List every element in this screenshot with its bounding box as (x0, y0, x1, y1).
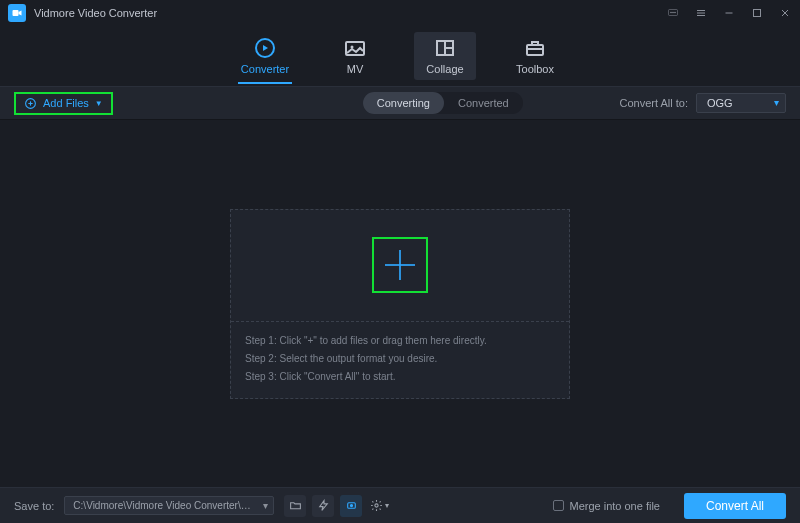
minimize-button[interactable] (722, 6, 736, 20)
app-title: Vidmore Video Converter (34, 7, 157, 19)
add-files-plus-button[interactable] (372, 237, 428, 293)
svg-point-4 (675, 12, 676, 13)
tab-toolbox[interactable]: Toolbox (504, 32, 566, 80)
main-area: Step 1: Click "+" to add files or drag t… (0, 120, 800, 487)
merge-checkbox[interactable]: Merge into one file (553, 500, 660, 512)
collage-icon (433, 37, 457, 59)
save-to-label: Save to: (14, 500, 54, 512)
svg-rect-9 (754, 10, 761, 17)
save-path-select[interactable]: C:\Vidmore\Vidmore Video Converter\Conve… (64, 496, 274, 515)
tab-label: Converter (241, 63, 289, 75)
convert-all-button[interactable]: Convert All (684, 493, 786, 519)
toolbox-icon (523, 37, 547, 59)
plus-icon (380, 245, 420, 285)
main-tabs: Converter MV Collage Toolbox (0, 26, 800, 86)
status-tabs: Converting Converted (363, 92, 523, 114)
svg-rect-0 (13, 10, 19, 16)
subtab-converted[interactable]: Converted (444, 92, 523, 114)
tab-label: Collage (426, 63, 463, 75)
step-1: Step 1: Click "+" to add files or drag t… (245, 332, 555, 350)
tab-converter[interactable]: Converter (234, 32, 296, 80)
feedback-icon[interactable] (666, 6, 680, 20)
tab-collage[interactable]: Collage (414, 32, 476, 80)
maximize-button[interactable] (750, 6, 764, 20)
plus-circle-icon (24, 97, 37, 110)
instruction-steps: Step 1: Click "+" to add files or drag t… (231, 322, 569, 398)
chevron-down-icon: ▾ (385, 501, 389, 510)
close-button[interactable] (778, 6, 792, 20)
svg-point-27 (375, 504, 378, 507)
tab-mv[interactable]: MV (324, 32, 386, 80)
svg-point-3 (673, 12, 674, 13)
add-files-label: Add Files (43, 97, 89, 109)
step-3: Step 3: Click "Convert All" to start. (245, 368, 555, 386)
hardware-accel-button[interactable] (312, 495, 334, 517)
convert-all-to-label: Convert All to: (620, 97, 688, 109)
tab-label: MV (347, 63, 364, 75)
subtab-converting[interactable]: Converting (363, 92, 444, 114)
convert-all-to: Convert All to: OGG (620, 93, 786, 113)
title-bar: Vidmore Video Converter (0, 0, 800, 26)
dropzone-top (231, 210, 569, 322)
chevron-down-icon: ▼ (95, 99, 103, 108)
step-2: Step 2: Select the output format you des… (245, 350, 555, 368)
open-folder-button[interactable] (284, 495, 306, 517)
format-value: OGG (707, 97, 733, 109)
menu-icon[interactable] (694, 6, 708, 20)
settings-button[interactable]: ▾ (368, 495, 390, 517)
svg-point-2 (671, 12, 672, 13)
app-logo-icon (8, 4, 26, 22)
add-files-button[interactable]: Add Files ▼ (14, 92, 113, 115)
svg-point-26 (350, 504, 352, 506)
bottom-bar: Save to: C:\Vidmore\Vidmore Video Conver… (0, 487, 800, 523)
tab-label: Toolbox (516, 63, 554, 75)
mv-icon (343, 37, 367, 59)
format-select[interactable]: OGG (696, 93, 786, 113)
gpu-toggle-button[interactable] (340, 495, 362, 517)
merge-label: Merge into one file (569, 500, 660, 512)
checkbox-icon (553, 500, 564, 511)
sub-bar: Add Files ▼ Converting Converted Convert… (0, 86, 800, 120)
dropzone[interactable]: Step 1: Click "+" to add files or drag t… (230, 209, 570, 399)
save-path-value: C:\Vidmore\Vidmore Video Converter\Conve… (73, 500, 274, 511)
converter-icon (253, 37, 277, 59)
